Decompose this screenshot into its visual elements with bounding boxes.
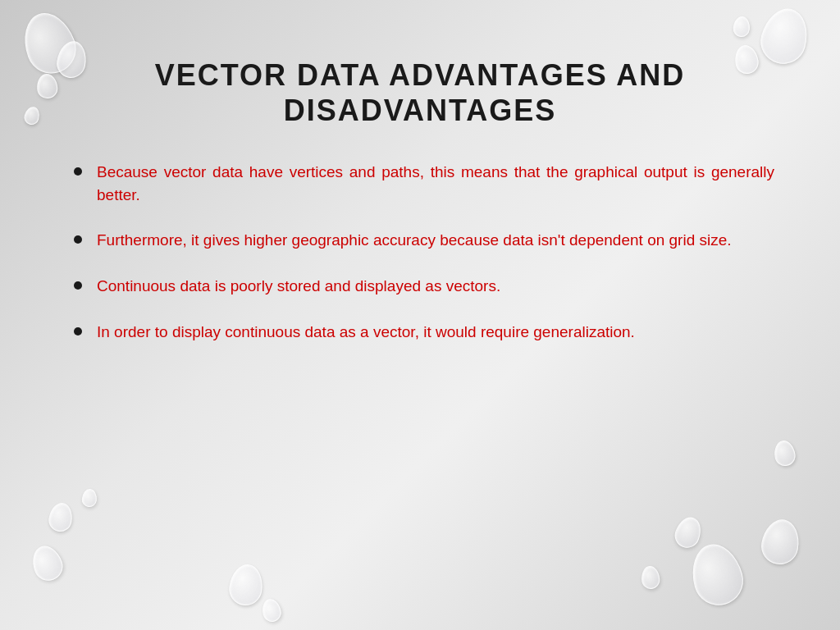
droplet-decoration bbox=[28, 541, 67, 584]
slide: VECTOR DATA ADVANTAGES AND DISADVANTAGES… bbox=[0, 0, 840, 630]
bullet-dot bbox=[74, 167, 82, 176]
droplet-decoration bbox=[22, 105, 41, 126]
bullet-text: Because vector data have vertices and pa… bbox=[97, 161, 774, 206]
bullet-text: In order to display continuous data as a… bbox=[97, 321, 774, 344]
list-item: Furthermore, it gives higher geographic … bbox=[74, 229, 774, 252]
bullet-text: Furthermore, it gives higher geographic … bbox=[97, 229, 774, 252]
droplet-decoration bbox=[47, 501, 75, 533]
list-item: In order to display continuous data as a… bbox=[74, 321, 774, 344]
droplet-decoration bbox=[772, 439, 797, 468]
droplet-decoration bbox=[733, 16, 751, 38]
bullet-list: Because vector data have vertices and pa… bbox=[74, 161, 774, 589]
droplet-decoration bbox=[260, 597, 282, 623]
list-item: Because vector data have vertices and pa… bbox=[74, 161, 774, 206]
slide-title: VECTOR DATA ADVANTAGES AND DISADVANTAGES bbox=[66, 57, 774, 128]
bullet-text: Continuous data is poorly stored and dis… bbox=[97, 275, 774, 298]
bullet-dot bbox=[74, 235, 82, 244]
list-item: Continuous data is poorly stored and dis… bbox=[74, 275, 774, 298]
droplet-decoration bbox=[36, 73, 59, 99]
bullet-dot bbox=[74, 327, 82, 336]
bullet-dot bbox=[74, 281, 82, 290]
